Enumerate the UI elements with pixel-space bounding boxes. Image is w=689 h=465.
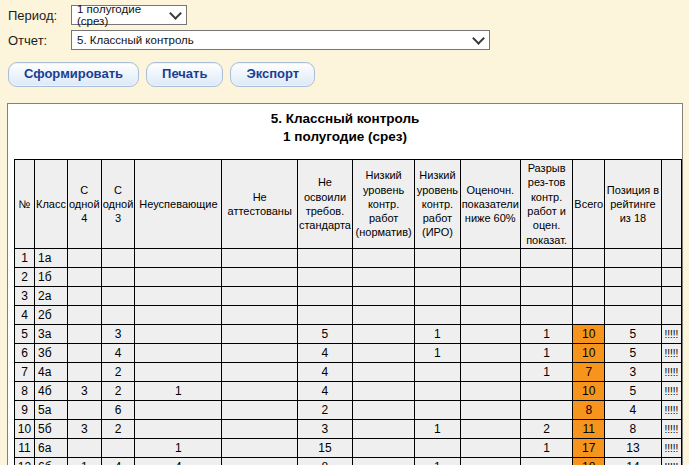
table-cell: [605, 268, 662, 287]
column-header-total: Всего: [573, 160, 605, 249]
table-cell: [67, 249, 101, 268]
report-select[interactable]: 5. Классный контроль: [71, 30, 490, 50]
table-cell: 5: [605, 344, 662, 363]
table-cell: 3: [67, 382, 101, 401]
table-cell: 1: [415, 325, 460, 344]
table-cell: [352, 439, 414, 458]
table-cell: [297, 249, 352, 268]
report-select-value: 5. Классный контроль: [77, 34, 194, 46]
table-cell: 3: [67, 420, 101, 439]
table-cell: [67, 363, 101, 382]
period-select[interactable]: 1 полугодие (срез): [71, 5, 187, 25]
header-row: № Класс С одной 4 С одной 3 Неуспевающие…: [15, 160, 682, 249]
table-cell: [135, 325, 222, 344]
table-cell: [573, 287, 605, 306]
table-cell: 3: [15, 287, 35, 306]
table-cell: [222, 344, 298, 363]
table-cell: [460, 306, 520, 325]
table-cell: [352, 268, 414, 287]
table-cell: 8: [297, 458, 352, 465]
table-row: 126б144811814!!!!!: [15, 458, 682, 465]
table-row: 32а: [15, 287, 682, 306]
table-cell: [460, 458, 520, 465]
period-label: Период:: [8, 8, 71, 23]
table-cell: [415, 382, 460, 401]
toolbar: Сформировать Печать Экспорт: [8, 62, 689, 87]
table-cell: [67, 325, 101, 344]
report-label: Отчет:: [8, 33, 71, 48]
table-cell: 2: [101, 420, 135, 439]
column-header-low-level-normative: Низкий уровень контр. работ (норматив): [352, 160, 414, 249]
table-cell: [520, 287, 572, 306]
table-cell: [297, 287, 352, 306]
table-cell: 3: [605, 363, 662, 382]
report-table-body: 11а21б32а42б53а3511105!!!!!63б4411105!!!…: [15, 249, 682, 465]
table-cell: 4: [15, 306, 35, 325]
column-header-one-four: С одной 4: [67, 160, 101, 249]
table-cell: [460, 268, 520, 287]
table-cell: 8: [605, 420, 662, 439]
table-cell: 6а: [35, 439, 68, 458]
table-cell: 5б: [35, 420, 68, 439]
report-title-line1: 5. Классный контроль: [8, 110, 682, 128]
table-cell: [352, 401, 414, 420]
warning-cell: !!!!!: [661, 439, 681, 458]
table-cell: 14: [605, 458, 662, 465]
warning-cell: !!!!!: [661, 458, 681, 465]
table-row: 42б: [15, 306, 682, 325]
table-cell: [222, 439, 298, 458]
export-button[interactable]: Экспорт: [230, 62, 315, 87]
column-header-not-certified: Не аттестованы: [222, 160, 298, 249]
table-cell: [352, 306, 414, 325]
table-cell: 1: [520, 325, 572, 344]
table-cell: [460, 401, 520, 420]
table-cell: [415, 363, 460, 382]
table-row: 74а24173!!!!!: [15, 363, 682, 382]
table-cell: [605, 287, 662, 306]
table-cell: [222, 268, 298, 287]
table-cell: 1: [135, 382, 222, 401]
table-cell: [520, 458, 572, 465]
table-cell: 1: [520, 439, 572, 458]
table-cell: [101, 439, 135, 458]
report-title-line2: 1 полугодие (срез): [8, 128, 682, 146]
table-cell: [222, 325, 298, 344]
table-cell: [67, 287, 101, 306]
table-cell: 2: [297, 401, 352, 420]
table-cell: 3: [297, 420, 352, 439]
warning-cell: [661, 287, 681, 306]
table-cell: 4: [297, 382, 352, 401]
table-cell: 5: [605, 325, 662, 344]
table-cell: [67, 268, 101, 287]
table-cell: [101, 249, 135, 268]
table-cell: 1: [67, 458, 101, 465]
table-cell: 1: [520, 344, 572, 363]
table-cell: 6: [101, 401, 135, 420]
chevron-down-icon: [169, 7, 182, 20]
table-row: 11а: [15, 249, 682, 268]
table-cell: 10: [573, 344, 605, 363]
table-cell: 1: [520, 363, 572, 382]
table-cell: 4: [297, 344, 352, 363]
table-cell: [135, 287, 222, 306]
column-header-number: №: [15, 160, 35, 249]
table-cell: [67, 439, 101, 458]
table-cell: [135, 344, 222, 363]
table-cell: [415, 268, 460, 287]
generate-button[interactable]: Сформировать: [8, 62, 139, 87]
table-cell: [135, 268, 222, 287]
print-button[interactable]: Печать: [146, 62, 223, 87]
table-cell: [415, 439, 460, 458]
table-cell: 2: [520, 420, 572, 439]
column-header-class: Класс: [35, 160, 68, 249]
table-cell: 2: [15, 268, 35, 287]
table-row: 63б4411105!!!!!: [15, 344, 682, 363]
column-header-failing: Неуспевающие: [135, 160, 222, 249]
table-cell: 2а: [35, 287, 68, 306]
table-cell: [352, 249, 414, 268]
table-cell: [460, 439, 520, 458]
table-cell: 11: [573, 420, 605, 439]
warning-cell: !!!!!: [661, 344, 681, 363]
table-cell: [67, 344, 101, 363]
report-row: Отчет: 5. Классный контроль: [8, 30, 689, 50]
